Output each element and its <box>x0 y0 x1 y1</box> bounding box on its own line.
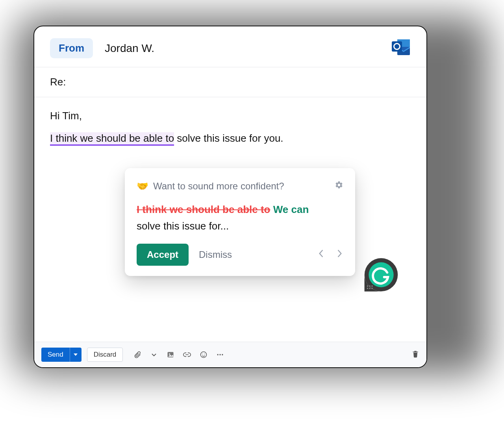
svg-point-6 <box>201 352 207 358</box>
suggestion-text: I think we should be able to We can solv… <box>137 202 343 233</box>
compose-window: From Jordan W. Re: Hi Tim, I think we sh… <box>33 26 427 368</box>
svg-point-18 <box>369 288 370 289</box>
chevron-down-icon[interactable] <box>150 350 158 359</box>
trash-icon[interactable] <box>411 350 419 360</box>
grammarly-popup: 🤝 Want to sound more confident? I think … <box>125 168 355 276</box>
svg-point-7 <box>202 354 203 355</box>
from-row: From Jordan W. <box>34 26 426 67</box>
highlighted-text: I think we should be able to <box>50 132 174 146</box>
greeting-text: Hi Tim, <box>50 108 411 124</box>
dismiss-button[interactable]: Dismiss <box>199 249 232 260</box>
suggestion-rest: solve this issue for... <box>137 219 343 234</box>
popup-actions: Accept Dismiss <box>137 244 343 266</box>
stage: From Jordan W. Re: Hi Tim, I think we sh… <box>0 0 504 446</box>
emoji-icon[interactable] <box>199 350 208 359</box>
svg-point-11 <box>222 354 223 355</box>
body-area[interactable]: Hi Tim, I think we should be able to sol… <box>34 97 426 342</box>
svg-point-5 <box>169 353 170 355</box>
svg-point-15 <box>369 285 370 287</box>
handshake-emoji: 🤝 <box>137 179 148 193</box>
send-label: Send <box>41 348 70 362</box>
send-split-icon[interactable] <box>70 348 82 362</box>
body-line: I think we should be able to solve this … <box>50 131 411 146</box>
next-icon[interactable] <box>336 248 343 262</box>
more-icon[interactable] <box>216 350 224 359</box>
grammarly-floating-icon[interactable] <box>362 256 400 294</box>
popup-header: 🤝 Want to sound more confident? <box>137 178 343 194</box>
svg-point-19 <box>371 288 372 289</box>
replacement-text: We can <box>273 204 309 215</box>
strike-text: I think we should be able to <box>137 204 270 215</box>
outlook-icon <box>392 38 411 56</box>
prev-icon[interactable] <box>317 248 324 262</box>
svg-point-16 <box>371 285 372 287</box>
popup-title-text: Want to sound more confident? <box>153 179 284 193</box>
link-icon[interactable] <box>183 350 191 359</box>
svg-point-10 <box>220 354 221 355</box>
accept-button[interactable]: Accept <box>137 244 189 266</box>
subject-row[interactable]: Re: <box>34 67 426 97</box>
footer-toolbar: Send Discard <box>34 342 426 367</box>
tool-icons <box>133 350 224 359</box>
svg-point-8 <box>204 354 205 355</box>
body-rest: solve this issue for you. <box>174 132 283 144</box>
popup-title: 🤝 Want to sound more confident? <box>137 179 284 193</box>
svg-rect-2 <box>392 41 402 52</box>
from-button[interactable]: From <box>50 38 93 58</box>
sender-name: Jordan W. <box>105 42 154 55</box>
nav-arrows <box>317 248 343 262</box>
gear-icon[interactable] <box>335 178 343 194</box>
discard-button[interactable]: Discard <box>87 348 123 362</box>
image-icon[interactable] <box>166 350 175 359</box>
svg-point-17 <box>367 288 368 289</box>
svg-point-14 <box>367 285 368 287</box>
send-button[interactable]: Send <box>41 348 82 362</box>
attach-icon[interactable] <box>133 350 142 359</box>
svg-point-9 <box>217 354 219 355</box>
